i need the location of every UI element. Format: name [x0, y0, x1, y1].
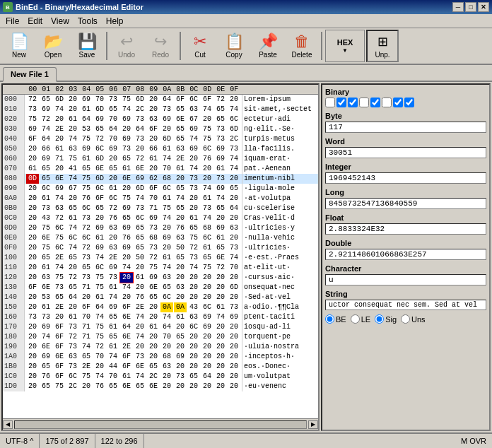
- hex-byte[interactable]: 69: [134, 174, 146, 184]
- hex-byte[interactable]: 6E: [134, 362, 146, 372]
- hex-byte[interactable]: 20: [174, 263, 187, 273]
- hex-byte[interactable]: 61: [40, 302, 52, 312]
- hex-byte[interactable]: 6E: [214, 253, 227, 263]
- hex-byte[interactable]: 74: [201, 213, 213, 223]
- table-row[interactable]: 0D020756C74726963696573207665686963·ultr…: [3, 223, 318, 233]
- hex-byte[interactable]: 20: [66, 105, 79, 114]
- hex-byte[interactable]: 61: [120, 164, 133, 174]
- radio-sig-input[interactable]: [375, 314, 384, 324]
- hex-byte[interactable]: 20: [120, 124, 133, 134]
- hex-byte[interactable]: 20: [147, 134, 160, 144]
- hex-byte[interactable]: 63: [187, 312, 200, 322]
- hex-byte[interactable]: 72: [214, 95, 227, 105]
- hex-byte[interactable]: 6E: [120, 174, 133, 184]
- hex-byte[interactable]: 73: [187, 184, 200, 194]
- hex-byte[interactable]: 20: [187, 362, 200, 372]
- hex-byte[interactable]: 65: [214, 114, 227, 124]
- hex-byte[interactable]: 6C: [201, 144, 213, 154]
- binary-cb-5[interactable]: [382, 98, 392, 107]
- hex-byte[interactable]: 20: [80, 382, 93, 391]
- hex-byte[interactable]: 20: [160, 382, 173, 391]
- hex-byte[interactable]: 69: [214, 154, 227, 164]
- hex-byte[interactable]: 20: [147, 342, 160, 352]
- hex-byte[interactable]: 6F: [120, 352, 133, 362]
- hex-byte[interactable]: 76: [107, 213, 119, 223]
- hex-byte[interactable]: 75: [201, 134, 213, 144]
- hex-byte[interactable]: 64: [134, 124, 146, 134]
- hex-byte[interactable]: 74: [53, 194, 66, 204]
- hex-byte[interactable]: 75: [93, 322, 106, 332]
- hex-byte[interactable]: 65: [66, 253, 79, 263]
- hex-byte[interactable]: 65: [187, 223, 200, 233]
- hex-byte[interactable]: 6C: [187, 95, 200, 105]
- menu-view[interactable]: View: [47, 15, 74, 28]
- save-button[interactable]: 💾 Save: [71, 30, 103, 62]
- hex-byte[interactable]: 73: [53, 283, 66, 293]
- hex-byte[interactable]: 65: [40, 362, 52, 372]
- hex-byte[interactable]: 20: [174, 382, 187, 391]
- hex-byte[interactable]: 75: [53, 382, 66, 391]
- hex-byte[interactable]: 6E: [120, 312, 133, 322]
- hex-byte[interactable]: 20: [214, 293, 227, 302]
- hex-byte[interactable]: 64: [160, 95, 173, 105]
- hex-byte[interactable]: 20: [66, 95, 79, 105]
- hex-byte[interactable]: 6F: [147, 184, 160, 194]
- hex-byte[interactable]: 6E: [53, 174, 66, 184]
- hex-byte[interactable]: 69: [214, 144, 227, 154]
- hex-byte[interactable]: 6C: [107, 194, 119, 204]
- table-row[interactable]: 190206E6F737472612E2020202020202020·ului…: [3, 342, 318, 352]
- hex-byte[interactable]: 6D: [93, 174, 106, 184]
- hex-byte[interactable]: 65: [120, 213, 133, 223]
- hex-byte[interactable]: 73: [214, 124, 227, 134]
- hex-byte[interactable]: 6C: [66, 233, 79, 243]
- hex-byte[interactable]: 6F: [53, 332, 66, 342]
- hex-byte[interactable]: 2E: [174, 154, 187, 164]
- hex-byte[interactable]: 20: [147, 332, 160, 342]
- hex-byte[interactable]: 72: [93, 342, 106, 352]
- redo-button[interactable]: ↪ Redo: [144, 30, 177, 62]
- hex-byte[interactable]: 20: [174, 293, 187, 302]
- table-row[interactable]: 1A020696E636570746F7320686920202020·ince…: [3, 352, 318, 362]
- hex-byte[interactable]: 69: [53, 184, 66, 194]
- hex-byte[interactable]: 74: [160, 154, 173, 164]
- delete-button[interactable]: 🗑 Delete: [286, 30, 318, 62]
- hex-byte[interactable]: 20: [66, 124, 79, 134]
- hex-byte[interactable]: 20: [53, 312, 66, 322]
- hex-byte[interactable]: 20: [26, 263, 39, 273]
- hex-byte[interactable]: 75: [93, 332, 106, 342]
- hex-byte[interactable]: 65: [66, 283, 79, 293]
- hex-byte[interactable]: 75: [201, 124, 213, 134]
- hex-byte[interactable]: 20: [134, 263, 146, 273]
- hex-byte[interactable]: 20: [174, 213, 187, 223]
- hex-byte[interactable]: 74: [160, 213, 173, 223]
- table-row[interactable]: 1D02065752C2076656E656E202020202020·eu·v…: [3, 382, 318, 391]
- hex-byte[interactable]: 74: [134, 332, 146, 342]
- hex-byte[interactable]: 64: [228, 204, 240, 213]
- menu-help[interactable]: Help: [102, 15, 128, 28]
- hex-byte[interactable]: 72: [66, 273, 79, 283]
- hex-byte[interactable]: 75: [160, 204, 173, 213]
- hex-byte[interactable]: 6D: [93, 154, 106, 164]
- table-row[interactable]: 1B020656F732E20446F6E65632020202020eos.·…: [3, 362, 318, 372]
- binary-cb-6[interactable]: [393, 98, 403, 107]
- hex-byte[interactable]: 20: [187, 194, 200, 204]
- hex-byte[interactable]: 20: [201, 164, 213, 174]
- hex-byte[interactable]: 6C: [160, 293, 173, 302]
- hex-byte[interactable]: 72: [147, 253, 160, 263]
- hex-byte[interactable]: 6F: [147, 124, 160, 134]
- hex-byte[interactable]: 63: [174, 144, 187, 154]
- hex-byte[interactable]: 61: [66, 213, 79, 223]
- close-button[interactable]: ✕: [478, 2, 489, 12]
- table-row[interactable]: 05020666163696C697320666163696C6973lla·f…: [3, 144, 318, 154]
- hex-byte[interactable]: 6C: [93, 184, 106, 194]
- hex-byte[interactable]: 20: [160, 223, 173, 233]
- hex-byte[interactable]: 20: [147, 352, 160, 362]
- hex-byte[interactable]: 6C: [201, 233, 213, 243]
- scrollbar-track[interactable]: [14, 420, 307, 429]
- table-row[interactable]: 01073697420616D65742C20736563746574sit·a…: [3, 105, 318, 114]
- hex-byte[interactable]: 74: [53, 105, 66, 114]
- hex-byte[interactable]: 71: [80, 283, 93, 293]
- hex-byte[interactable]: 61: [107, 283, 119, 293]
- hex-byte[interactable]: 76: [120, 233, 133, 243]
- hex-byte[interactable]: 6D: [93, 105, 106, 114]
